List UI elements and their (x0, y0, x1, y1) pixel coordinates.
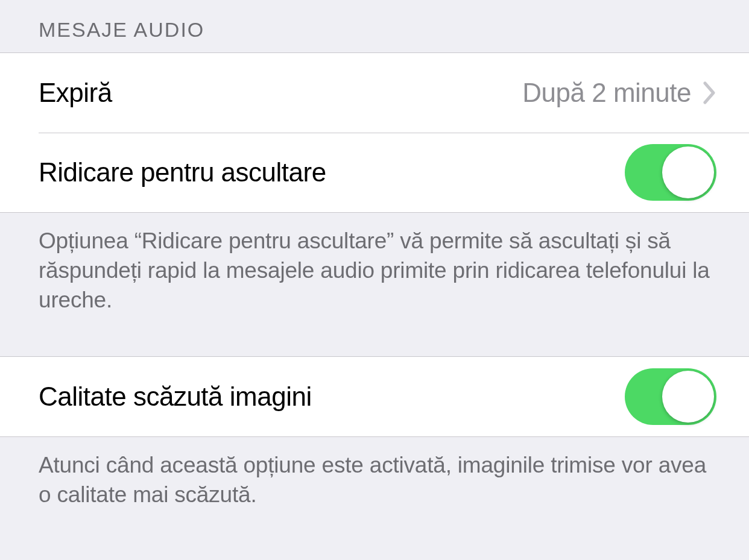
chevron-right-icon (703, 81, 716, 104)
section-footer-raise-to-listen: Opțiunea “Ridicare pentru ascultare” vă … (0, 213, 749, 332)
expire-value-wrap: După 2 minute (522, 78, 716, 108)
section-spacer (0, 332, 749, 356)
toggle-knob (662, 371, 714, 423)
section-header-audio-messages: MESAJE AUDIO (0, 0, 749, 52)
toggle-knob (662, 146, 714, 198)
expire-label: Expiră (39, 78, 112, 108)
raise-to-listen-row: Ridicare pentru ascultare (0, 133, 749, 212)
low-quality-images-toggle[interactable] (625, 368, 716, 425)
raise-to-listen-toggle[interactable] (625, 144, 716, 201)
expire-value: După 2 minute (522, 78, 691, 108)
raise-to-listen-label: Ridicare pentru ascultare (39, 157, 326, 187)
low-quality-images-row: Calitate scăzută imagini (0, 357, 749, 436)
low-quality-images-label: Calitate scăzută imagini (39, 382, 312, 412)
settings-group-audio: Expiră După 2 minute Ridicare pentru asc… (0, 52, 749, 213)
expire-row[interactable]: Expiră După 2 minute (0, 53, 749, 133)
settings-group-images: Calitate scăzută imagini (0, 356, 749, 437)
section-footer-low-quality: Atunci când această opțiune este activat… (0, 437, 749, 526)
